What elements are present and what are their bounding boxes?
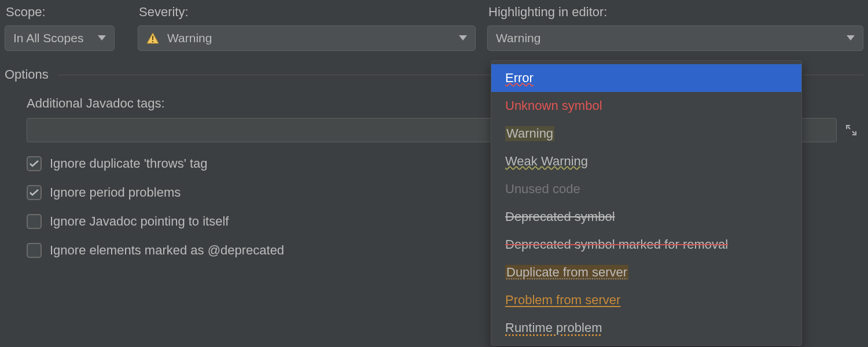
svg-marker-0 bbox=[98, 35, 106, 40]
item-label: Duplicate from server bbox=[505, 265, 628, 280]
checkbox-icon bbox=[27, 185, 42, 200]
dropdown-item-weak-warning[interactable]: Weak Warning bbox=[491, 147, 801, 175]
item-label: Warning bbox=[505, 126, 554, 141]
checkbox-icon bbox=[27, 214, 42, 229]
highlighting-label: Highlighting in editor: bbox=[487, 5, 863, 20]
dropdown-item-deprecated[interactable]: Deprecated symbol bbox=[491, 203, 801, 231]
item-label: Problem from server bbox=[505, 293, 620, 308]
check-label: Ignore duplicate 'throws' tag bbox=[50, 156, 208, 171]
svg-rect-3 bbox=[152, 41, 153, 42]
scope-value: In All Scopes bbox=[13, 31, 83, 45]
item-label: Deprecated symbol bbox=[505, 209, 615, 224]
dropdown-item-deprecated-removal[interactable]: Deprecated symbol marked for removal bbox=[491, 231, 801, 259]
dropdown-item-unknown-symbol[interactable]: Unknown symbol bbox=[491, 92, 801, 120]
dropdown-item-duplicate-from-server[interactable]: Duplicate from server bbox=[491, 259, 801, 286]
checkbox-icon bbox=[27, 156, 42, 171]
expand-icon[interactable] bbox=[839, 118, 863, 142]
severity-label: Severity: bbox=[138, 5, 476, 20]
chevron-down-icon bbox=[459, 35, 467, 41]
check-label: Ignore period problems bbox=[50, 185, 181, 200]
check-label: Ignore elements marked as @deprecated bbox=[50, 243, 284, 258]
severity-value: Warning bbox=[167, 31, 212, 45]
chevron-down-icon bbox=[98, 35, 106, 41]
item-label: Unknown symbol bbox=[505, 98, 602, 113]
highlighting-combo[interactable]: Warning bbox=[487, 25, 863, 51]
item-label: Weak Warning bbox=[505, 154, 588, 169]
dropdown-item-error[interactable]: Error bbox=[491, 64, 801, 92]
item-label: Unused code bbox=[505, 182, 580, 197]
severity-combo[interactable]: Warning bbox=[138, 25, 476, 51]
item-label: Deprecated symbol marked for removal bbox=[505, 237, 728, 252]
item-label: Error bbox=[505, 71, 534, 86]
checkbox-icon bbox=[27, 243, 42, 258]
options-section-label: Options bbox=[5, 67, 49, 82]
scope-label: Scope: bbox=[5, 5, 138, 20]
svg-rect-2 bbox=[152, 36, 153, 40]
svg-marker-5 bbox=[847, 35, 855, 40]
item-label: Runtime problem bbox=[505, 320, 602, 335]
dropdown-item-runtime-problem[interactable]: Runtime problem bbox=[491, 314, 801, 342]
svg-marker-4 bbox=[459, 35, 467, 40]
dropdown-item-problem-from-server[interactable]: Problem from server bbox=[491, 286, 801, 314]
highlighting-value: Warning bbox=[496, 31, 540, 45]
dropdown-item-unused-code[interactable]: Unused code bbox=[491, 175, 801, 203]
chevron-down-icon bbox=[847, 35, 855, 41]
highlighting-dropdown[interactable]: Error Unknown symbol Warning Weak Warnin… bbox=[491, 60, 802, 346]
warning-icon bbox=[146, 32, 159, 44]
scope-combo[interactable]: In All Scopes bbox=[5, 25, 115, 51]
dropdown-item-warning[interactable]: Warning bbox=[491, 120, 801, 147]
check-label: Ignore Javadoc pointing to itself bbox=[50, 214, 229, 229]
